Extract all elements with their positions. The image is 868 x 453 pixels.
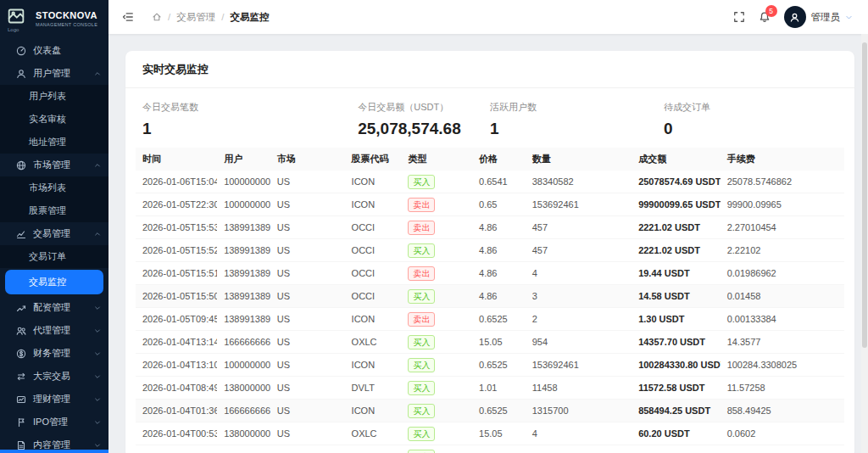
sidebar-item[interactable]: 市场管理 bbox=[0, 154, 108, 176]
cell-fee: 0.01986962 bbox=[721, 262, 844, 285]
chart-icon bbox=[16, 229, 26, 239]
topbar-actions: 5 管理员 bbox=[733, 6, 854, 28]
stat-value: 25,078,574.68 bbox=[358, 120, 490, 138]
cell-time: 2026-01-04T13:10:29.169+08:00 bbox=[136, 354, 217, 377]
cell-user: 10000000000 bbox=[217, 171, 270, 193]
sidebar-item[interactable]: 用户列表 bbox=[0, 85, 108, 108]
sidebar-item-label: 市场管理 bbox=[33, 159, 70, 171]
cell-quantity: 38340582 bbox=[526, 171, 632, 193]
cell-fee: 858.49425 bbox=[721, 400, 844, 422]
sidebar-item[interactable]: 代理管理 bbox=[0, 319, 108, 342]
cell-stock-code: DVLT bbox=[345, 377, 402, 400]
cell-quantity: 2 bbox=[526, 308, 632, 331]
stat-label: 今日交易额（USDT） bbox=[358, 101, 490, 114]
table-row: 2026-01-04T01:36:00.779+08:00 1666666666… bbox=[136, 400, 844, 422]
cell-amount: 19.44 USDT bbox=[632, 262, 721, 285]
table-row: 2026-01-05T15:51:23.598+08:00 1389913899… bbox=[136, 262, 844, 285]
table-header-row: 时间用户市场股票代码类型价格数量成交额手续费 bbox=[136, 148, 844, 171]
sidebar-item-label: 用户管理 bbox=[33, 67, 70, 80]
cell-price: 4.86 bbox=[472, 285, 526, 308]
sidebar-scrollbar[interactable] bbox=[0, 450, 108, 453]
sidebar-item[interactable]: 用户管理 bbox=[0, 62, 108, 85]
cell-fee: 14.3577 bbox=[721, 331, 844, 354]
table-row: 2026-01-04T00:05:34.778+08:00 1380000001… bbox=[136, 445, 844, 453]
sidebar-item-label: 代理管理 bbox=[33, 324, 70, 337]
type-badge: 买入 bbox=[408, 335, 435, 350]
trades-table: 时间用户市场股票代码类型价格数量成交额手续费 2026-01-06T15:04:… bbox=[136, 148, 844, 453]
card-title: 实时交易监控 bbox=[125, 51, 854, 88]
cell-price: 4.86 bbox=[472, 239, 526, 262]
stat-item: 待成交订单 0 bbox=[664, 101, 710, 138]
notifications-button[interactable]: 5 bbox=[759, 11, 771, 23]
cell-time: 2026-01-05T15:51:23.598+08:00 bbox=[136, 262, 217, 285]
sidebar-item[interactable]: 大宗交易 bbox=[0, 365, 108, 388]
cell-amount: 14.58 USDT bbox=[632, 285, 721, 308]
sidebar-item[interactable]: 财务管理 bbox=[0, 342, 108, 365]
cell-user: 13800000010 bbox=[217, 422, 270, 445]
cell-market: US bbox=[270, 422, 345, 445]
chevron-down-icon bbox=[94, 350, 101, 357]
cell-price: 0.6525 bbox=[472, 354, 526, 377]
page-scrollbar[interactable] bbox=[861, 34, 868, 453]
sidebar-item-label: 配资管理 bbox=[33, 301, 70, 314]
sidebar-item-label: 市场列表 bbox=[29, 182, 66, 194]
column-header: 股票代码 bbox=[345, 148, 402, 171]
collapse-sidebar-icon[interactable] bbox=[122, 11, 134, 23]
agents-icon bbox=[16, 326, 26, 336]
table-row: 2026-01-05T15:53:23.609+08:00 1389913899… bbox=[136, 216, 844, 239]
cell-time: 2026-01-04T01:36:00.779+08:00 bbox=[136, 400, 217, 422]
fullscreen-icon[interactable] bbox=[733, 11, 745, 23]
sidebar-item[interactable]: 股票管理 bbox=[0, 199, 108, 222]
sidebar-item-label: 交易管理 bbox=[33, 227, 70, 240]
table-row: 2026-01-04T08:49:32.256+08:00 1380000000… bbox=[136, 377, 844, 400]
finance-icon bbox=[16, 349, 26, 359]
chevron-down-icon bbox=[845, 14, 853, 21]
home-icon[interactable] bbox=[152, 12, 162, 22]
type-badge: 买入 bbox=[408, 289, 435, 304]
cell-amount: 2221.02 USDT bbox=[632, 216, 721, 239]
stat-label: 待成交订单 bbox=[664, 101, 710, 114]
scrollbar-thumb[interactable] bbox=[862, 42, 867, 348]
chevron-up-icon bbox=[94, 162, 101, 169]
cell-type: 买入 bbox=[401, 445, 472, 453]
cell-market: US bbox=[270, 216, 345, 239]
swap-icon bbox=[16, 372, 26, 382]
cell-price: 4.86 bbox=[472, 262, 526, 285]
cell-stock-code: ICON bbox=[345, 445, 402, 453]
cell-user: 10000000000 bbox=[217, 193, 270, 216]
cell-market: US bbox=[270, 354, 345, 377]
column-header: 成交额 bbox=[632, 148, 721, 171]
cell-price: 1.01 bbox=[472, 377, 526, 400]
cell-user: 13899138999 bbox=[217, 308, 270, 331]
cell-fee: 99900.09965 bbox=[721, 193, 844, 216]
sidebar-item[interactable]: IPO管理 bbox=[0, 411, 108, 433]
cell-type: 买入 bbox=[401, 377, 472, 400]
sidebar-menu: 仪表盘 用户管理 用户列表 实名审核 bbox=[0, 39, 108, 453]
sidebar-item[interactable]: 地址管理 bbox=[0, 131, 108, 154]
sidebar-item[interactable]: 仪表盘 bbox=[0, 39, 108, 62]
sidebar-item[interactable]: 配资管理 bbox=[0, 296, 108, 319]
cell-quantity: 954 bbox=[526, 331, 632, 354]
sidebar-item[interactable]: 实名审核 bbox=[0, 108, 108, 131]
sidebar-item[interactable]: 理财管理 bbox=[0, 388, 108, 411]
stat-item: 今日交易额（USDT） 25,078,574.68 bbox=[358, 101, 490, 138]
ipo-icon bbox=[16, 417, 26, 428]
sidebar-item[interactable]: 市场列表 bbox=[0, 176, 108, 199]
logo-alt-text: Logo bbox=[8, 27, 19, 32]
type-badge: 卖出 bbox=[408, 198, 435, 212]
column-header: 价格 bbox=[472, 148, 526, 171]
column-header: 市场 bbox=[270, 148, 345, 171]
cell-amount: 4496.38 USDT bbox=[632, 445, 721, 453]
cell-price: 0.65 bbox=[472, 193, 526, 216]
cell-type: 买入 bbox=[401, 239, 472, 262]
cell-market: US bbox=[270, 400, 345, 422]
user-menu[interactable]: 管理员 bbox=[784, 6, 854, 28]
dashboard-icon bbox=[16, 46, 26, 56]
sidebar-item[interactable]: 交易监控 bbox=[5, 270, 103, 294]
breadcrumb-section[interactable]: 交易管理 bbox=[176, 11, 215, 24]
cell-fee: 4.4963775 bbox=[721, 445, 844, 453]
cell-amount: 25078574.69 USDT bbox=[632, 171, 721, 193]
sidebar-item[interactable]: 交易订单 bbox=[0, 245, 108, 268]
sidebar-item[interactable]: 交易管理 bbox=[0, 222, 108, 245]
cell-user: 13899138999 bbox=[217, 262, 270, 285]
